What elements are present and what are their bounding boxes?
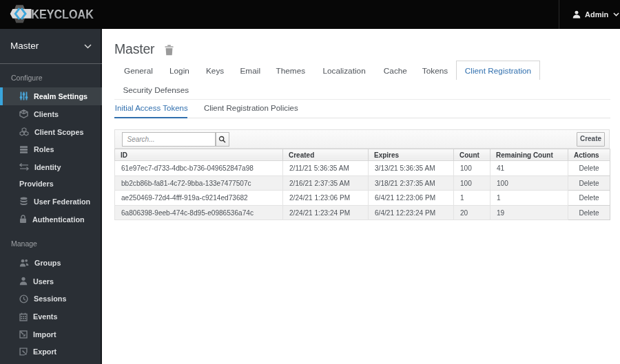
svg-text:KEYCLOAK: KEYCLOAK	[31, 7, 94, 21]
